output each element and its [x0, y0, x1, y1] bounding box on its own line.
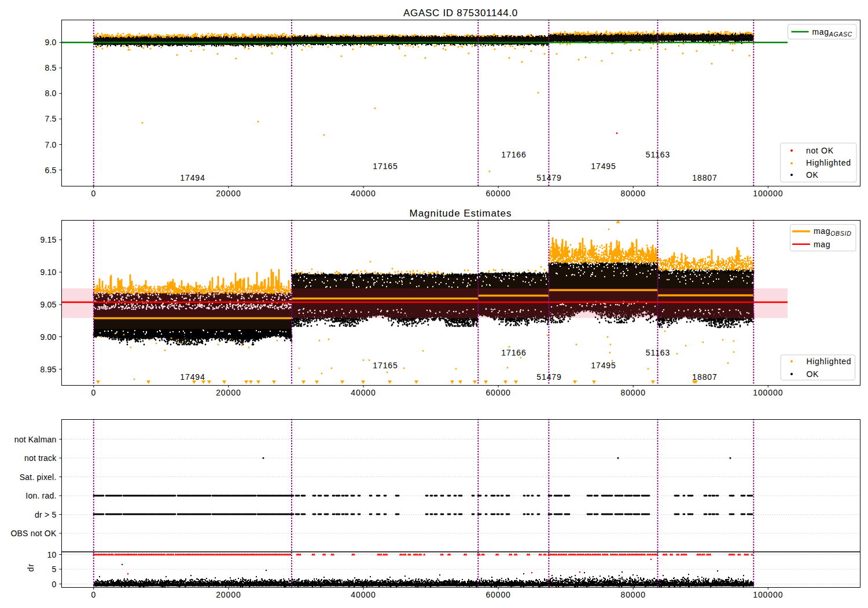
svg-text:17166: 17166 [501, 150, 526, 159]
svg-text:40000: 40000 [351, 388, 376, 397]
svg-text:0: 0 [91, 388, 96, 397]
svg-text:OK: OK [806, 170, 819, 180]
svg-text:60000: 60000 [486, 189, 510, 198]
svg-text:40000: 40000 [351, 590, 376, 599]
svg-text:20000: 20000 [216, 590, 241, 599]
svg-text:Sat. pixel.: Sat. pixel. [20, 473, 57, 482]
svg-text:100000: 100000 [753, 189, 783, 198]
svg-text:dr > 5: dr > 5 [35, 510, 56, 519]
svg-text:0: 0 [52, 580, 57, 589]
svg-text:6.5: 6.5 [45, 166, 56, 175]
svg-text:51163: 51163 [646, 348, 670, 357]
svg-text:8.95: 8.95 [40, 365, 56, 374]
svg-text:80000: 80000 [620, 388, 645, 397]
svg-text:17165: 17165 [373, 162, 398, 171]
svg-text:not track: not track [24, 453, 57, 463]
svg-text:17166: 17166 [501, 348, 526, 357]
svg-text:20000: 20000 [216, 388, 241, 397]
svg-text:60000: 60000 [486, 388, 510, 397]
svg-text:18807: 18807 [692, 372, 717, 382]
svg-text:9.15: 9.15 [40, 235, 56, 244]
svg-text:Magnitude Estimates: Magnitude Estimates [410, 208, 512, 219]
svg-text:5: 5 [52, 565, 57, 574]
svg-text:OBS not OK: OBS not OK [10, 529, 56, 538]
svg-text:80000: 80000 [620, 189, 645, 198]
svg-text:not Kalman: not Kalman [14, 435, 57, 444]
svg-text:8.5: 8.5 [45, 63, 56, 72]
svg-text:mag: mag [814, 240, 830, 249]
svg-text:9.00: 9.00 [40, 332, 56, 342]
svg-text:8.0: 8.0 [45, 89, 56, 98]
svg-text:20000: 20000 [216, 189, 241, 198]
svg-text:51479: 51479 [536, 372, 561, 382]
svg-text:10: 10 [47, 550, 57, 559]
svg-text:9.10: 9.10 [40, 268, 56, 277]
svg-text:17495: 17495 [591, 162, 616, 171]
svg-text:not OK: not OK [806, 146, 834, 155]
svg-text:9.0: 9.0 [45, 38, 56, 47]
svg-text:7.0: 7.0 [45, 140, 56, 149]
svg-text:9.05: 9.05 [40, 300, 56, 309]
svg-text:18807: 18807 [692, 173, 717, 182]
svg-text:51479: 51479 [536, 173, 561, 182]
svg-text:40000: 40000 [351, 189, 376, 198]
svg-text:17495: 17495 [591, 361, 616, 370]
svg-text:Ion. rad.: Ion. rad. [25, 491, 56, 500]
svg-text:OK: OK [807, 369, 819, 379]
svg-text:Highlighted: Highlighted [807, 357, 852, 366]
svg-text:51163: 51163 [646, 150, 670, 159]
svg-text:17165: 17165 [373, 361, 398, 370]
svg-text:100000: 100000 [753, 590, 783, 599]
svg-text:17494: 17494 [180, 173, 205, 182]
svg-text:80000: 80000 [620, 590, 645, 599]
svg-text:17494: 17494 [180, 372, 205, 382]
svg-text:100000: 100000 [753, 388, 783, 397]
svg-text:AGASC ID 875301144.0: AGASC ID 875301144.0 [403, 8, 518, 19]
svg-text:7.5: 7.5 [45, 114, 56, 123]
svg-text:0: 0 [91, 590, 96, 599]
svg-text:60000: 60000 [486, 590, 510, 599]
svg-text:dr: dr [26, 563, 35, 572]
svg-text:0: 0 [91, 189, 96, 198]
svg-text:Highlighted: Highlighted [806, 158, 851, 167]
